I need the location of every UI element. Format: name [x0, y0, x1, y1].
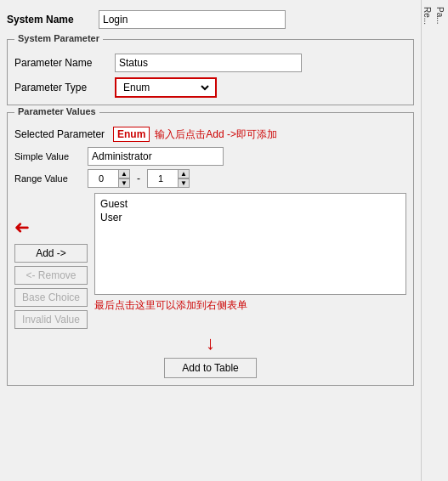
range-from-down[interactable]: ▼ — [118, 178, 130, 188]
add-to-table-row: Add to Table — [14, 358, 406, 378]
hint-top: 输入后点击Add ->即可添加 — [155, 127, 277, 142]
range-from-spin: ▲ ▼ — [118, 169, 130, 188]
param-type-dropdown[interactable]: Enum String Integer Boolean — [120, 81, 212, 94]
selected-param-row: Selected Parameter Enum 输入后点击Add ->即可添加 — [14, 127, 406, 142]
param-type-select-wrapper: Enum String Integer Boolean — [115, 77, 217, 98]
right-panel-labels: Pa... Re... — [423, 3, 446, 28]
arrow-add-icon: ➜ — [14, 217, 30, 239]
system-name-row: System Name — [7, 7, 414, 32]
arrow-down-icon: ↓ — [206, 332, 215, 354]
arrow-bottom-annotation: ↓ — [14, 332, 406, 354]
simple-value-row: Simple Value — [14, 147, 406, 166]
add-button[interactable]: Add -> — [14, 244, 88, 263]
range-from-input: ▲ ▼ — [88, 169, 130, 188]
parameter-values-title: Parameter Values — [14, 106, 99, 116]
left-buttons-col: ➜ Add -> <- Remove Base Choice Invalid V… — [14, 193, 88, 329]
add-to-table-button[interactable]: Add to Table — [164, 358, 257, 378]
range-dash: - — [137, 173, 140, 184]
invalid-value-button[interactable]: Invalid Value — [14, 310, 88, 329]
range-to-spin: ▲ ▼ — [178, 169, 190, 188]
param-name-row: Parameter Name — [14, 54, 406, 72]
hint-bottom-area: 最后点击这里可以添加到右侧表单 — [94, 298, 406, 313]
right-panel-item-1: Pa... — [435, 7, 445, 25]
range-to-input: ▲ ▼ — [147, 169, 190, 188]
simple-value-label: Simple Value — [14, 151, 82, 161]
param-name-input[interactable] — [115, 54, 302, 72]
right-panel-item-2: Re... — [422, 7, 432, 25]
base-choice-button[interactable]: Base Choice — [14, 288, 88, 307]
hint-bottom-text: 最后点击这里可以添加到右侧表单 — [94, 298, 247, 313]
range-from-up[interactable]: ▲ — [118, 169, 130, 178]
selected-param-label: Selected Parameter — [14, 128, 108, 140]
system-name-label: System Name — [7, 14, 92, 25]
range-to-number[interactable] — [148, 170, 178, 187]
remove-button[interactable]: <- Remove — [14, 266, 88, 285]
values-listbox[interactable]: Guest User — [94, 193, 406, 295]
simple-value-input[interactable] — [88, 147, 224, 166]
range-value-row: Range Value ▲ ▼ - ▲ ▼ — [14, 169, 406, 188]
param-type-label: Parameter Type — [14, 82, 108, 93]
param-type-row: Parameter Type Enum String Integer Boole… — [14, 77, 406, 98]
system-parameter-title: System Parameter — [14, 33, 103, 43]
values-layout: ➜ Add -> <- Remove Base Choice Invalid V… — [14, 193, 406, 329]
range-to-down[interactable]: ▼ — [178, 178, 190, 188]
right-listbox-col: Guest User 最后点击这里可以添加到右侧表单 — [94, 193, 406, 329]
range-to-up[interactable]: ▲ — [178, 169, 190, 178]
enum-badge: Enum — [113, 127, 150, 142]
system-parameter-section: System Parameter Parameter Name Paramete… — [7, 39, 414, 105]
main-panel: System Name System Parameter Parameter N… — [0, 0, 421, 481]
parameter-values-section: Parameter Values Selected Parameter Enum… — [7, 112, 414, 386]
top-inputs: Simple Value Range Value ▲ ▼ - ▲ — [14, 147, 406, 188]
arrow-add-annotation: ➜ — [14, 217, 88, 239]
list-item[interactable]: Guest — [99, 197, 402, 211]
param-name-label: Parameter Name — [14, 57, 108, 69]
right-panel: Pa... Re... — [421, 0, 448, 481]
range-from-number[interactable] — [88, 170, 118, 187]
range-value-label: Range Value — [14, 173, 82, 184]
system-name-input[interactable] — [99, 10, 286, 29]
list-item[interactable]: User — [99, 211, 402, 224]
